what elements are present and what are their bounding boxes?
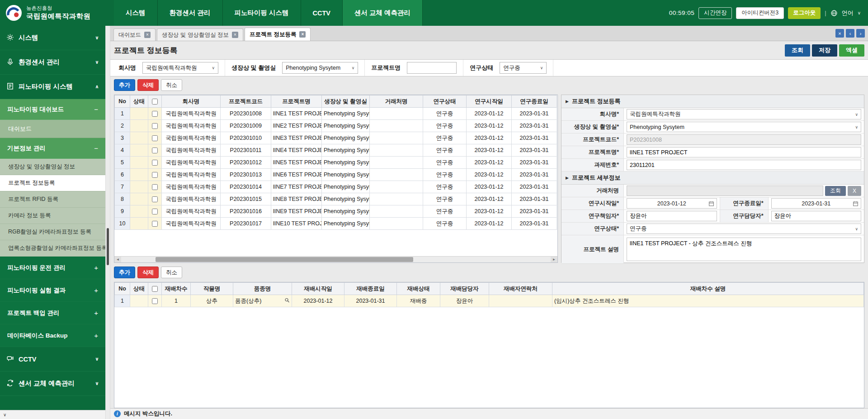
manager-input[interactable] [771, 211, 862, 221]
sidebar-scroll-down[interactable]: ∨ [0, 410, 105, 419]
status-filter-select[interactable]: 연구중∨ [500, 62, 547, 74]
search-button[interactable]: 조회 [785, 44, 810, 57]
row-checkbox[interactable] [152, 135, 158, 141]
calendar-icon[interactable] [708, 200, 714, 206]
table-row[interactable]: 11상추품종(상추)2023-01-122023-01-31재배중장윤아(임시)… [115, 295, 864, 307]
sidebar-item[interactable]: 생장상 및 영상촬영실 정보 [0, 159, 105, 175]
project-name-input[interactable] [627, 147, 861, 157]
tab-scroll-left-button[interactable]: ‹ [846, 29, 854, 38]
research-status-select[interactable]: 연구중 ∨ [627, 224, 861, 234]
top-menu-item[interactable]: 환경센서 관리 [158, 0, 223, 26]
row-checkbox[interactable] [152, 148, 158, 153]
close-all-tabs-button[interactable]: × [835, 29, 844, 38]
start-date-input[interactable]: 2023-01-12 [627, 198, 717, 209]
leader-input[interactable] [627, 211, 717, 221]
logout-button[interactable]: 로그아웃 [788, 7, 821, 19]
tab-close-icon[interactable]: × [299, 31, 306, 38]
cell-end: 2023-01-31 [512, 169, 557, 181]
sidebar-item[interactable]: 시스템∨ [0, 26, 105, 50]
sidebar-item[interactable]: 엽록소형광촬영실 카메라좌표정보 등록 [0, 240, 105, 257]
add-row-button[interactable]: 추가 [114, 79, 135, 91]
row-checkbox[interactable] [152, 160, 158, 166]
tab-close-icon[interactable]: × [144, 32, 151, 38]
chamber-select[interactable]: Phenotyping Sysytem ∨ [627, 122, 861, 132]
sidebar-group[interactable]: 피노타이핑 운전 관리+ [0, 257, 105, 279]
delete-row-button[interactable]: 삭제 [137, 267, 159, 278]
row-checkbox[interactable] [152, 123, 158, 129]
scroll-left-icon[interactable]: ◄ [114, 257, 121, 262]
top-menu-item[interactable]: CCTV [301, 0, 343, 26]
client-clear-button[interactable]: X [848, 186, 861, 196]
company-filter-select[interactable]: 국립원예특작과학원∨ [142, 62, 218, 74]
excel-button[interactable]: 엑셀 [839, 44, 864, 57]
tab[interactable]: 생장상 및 영상촬영실 정보× [157, 29, 243, 41]
table-row[interactable]: 7국립원예특작과학원P202301014lINE7 TEST PROJECTPh… [115, 181, 557, 193]
sidebar-group[interactable]: 프로젝트 백업 관리+ [0, 302, 105, 324]
sidebar-item-label: 대쉬보드 [8, 125, 32, 133]
extend-time-button[interactable]: 시간연장 [698, 7, 732, 19]
cancel-button[interactable]: 취소 [161, 267, 182, 278]
sidebar-item[interactable]: 센서 교체 예측관리∨ [0, 371, 105, 396]
save-button[interactable]: 저장 [812, 44, 837, 57]
client-search-button[interactable]: 조회 [825, 186, 846, 196]
sidebar-group[interactable]: 피노타이핑 대쉬보드− [0, 99, 105, 120]
search-icon[interactable] [284, 298, 290, 305]
tab-close-icon[interactable]: × [232, 32, 238, 38]
project-name-filter-input[interactable] [407, 62, 457, 74]
top-menu-item[interactable]: 피노타이핑 시스템 [223, 0, 301, 26]
tab-active[interactable]: 프로젝트 정보등록× [245, 28, 311, 41]
end-date-input[interactable]: 2023-01-31 [771, 198, 862, 209]
table-row[interactable]: 8국립원예특작과학원P202301015lINE8 TEST PROJECTPh… [115, 193, 557, 205]
task-no-input[interactable] [627, 160, 861, 170]
row-checkbox[interactable] [152, 298, 158, 304]
sidebar-item[interactable]: 피노타이핑 시스템∧ [0, 75, 105, 99]
table-row[interactable]: 10국립원예특작과학원P202301017lINE10 TEST PROJE..… [115, 218, 557, 230]
sidebar-item[interactable]: 환경센서 관리∨ [0, 50, 105, 75]
client-name-input[interactable] [627, 186, 823, 196]
row-checkbox[interactable] [152, 111, 158, 117]
table-row[interactable]: 9국립원예특작과학원P202301016lINE9 TEST PROJECTPh… [115, 205, 557, 218]
row-checkbox[interactable] [152, 196, 158, 202]
top-menu-item[interactable]: 시스템 [114, 0, 158, 26]
delete-row-button[interactable]: 삭제 [137, 79, 159, 91]
vertical-scrollbar[interactable] [105, 26, 110, 419]
top-menu-item[interactable]: 센서 교체 예측관리 [343, 0, 423, 26]
sidebar-item[interactable]: 카메라 정보 등록 [0, 208, 105, 224]
sidebar-item[interactable]: RGB촬영실 카메라좌표정보 등록 [0, 224, 105, 240]
sidebar-item[interactable]: CCTV∨ [0, 347, 105, 371]
tab[interactable]: 대쉬보드× [113, 29, 156, 41]
sidebar-group[interactable]: 피노타이핑 실험 결과+ [0, 279, 105, 302]
table-row[interactable]: 4국립원예특작과학원P202301011lINE4 TEST PROJECTPh… [115, 144, 557, 157]
add-row-button[interactable]: 추가 [114, 267, 135, 278]
chamber-filter-select[interactable]: Phenotyping Sysytem∨ [282, 62, 358, 74]
language-selector[interactable]: 언어 [842, 9, 854, 17]
table-row[interactable]: 2국립원예특작과학원P202301009lINE2 TEST PROJECTPh… [115, 120, 557, 132]
horizontal-scrollbar[interactable]: ◄ ► [114, 256, 557, 262]
row-checkbox[interactable] [152, 209, 158, 214]
scrollbar-thumb[interactable] [156, 257, 413, 262]
cancel-button[interactable]: 취소 [161, 79, 182, 91]
row-checkbox[interactable] [152, 172, 158, 178]
description-textarea[interactable]: lINE1 TEST PROJECT - 상추 건조스트레스 진행 [627, 238, 861, 261]
company-select[interactable]: 국립원예특작과학원 ∨ [627, 109, 861, 119]
scroll-right-icon[interactable]: ► [551, 257, 557, 262]
form-row-chamber: 생장상 및 촬영실* Phenotyping Sysytem ∨ [561, 121, 864, 133]
select-all-checkbox[interactable] [152, 99, 158, 105]
calendar-icon[interactable] [853, 200, 859, 206]
table-row[interactable]: 1국립원예특작과학원P202301008lINE1 TEST PROJECTPh… [115, 108, 557, 120]
table-row[interactable]: 3국립원예특작과학원P202301010lINE3 TEST PROJECTPh… [115, 132, 557, 144]
sidebar-item-active[interactable]: 프로젝트 정보등록 [0, 175, 105, 191]
sidebar-group[interactable]: 데이타베이스 Backup+ [0, 324, 105, 347]
table-row[interactable]: 6국립원예특작과학원P202301013lINE6 TEST PROJECTPh… [115, 169, 557, 181]
sidebar-group[interactable]: 기본정보 관리− [0, 138, 105, 159]
table-row[interactable]: 5국립원예특작과학원P202301012lINE5 TEST PROJECTPh… [115, 157, 557, 169]
sidebar-item[interactable]: 프로젝트 RFID 등록 [0, 191, 105, 208]
row-checkbox[interactable] [152, 184, 158, 190]
tab-scroll-right-button[interactable]: › [856, 29, 865, 38]
sidebar-item[interactable]: 대쉬보드 [0, 120, 105, 138]
scrollbar-thumb[interactable] [107, 228, 109, 265]
scrollbar-track[interactable] [121, 257, 551, 262]
row-checkbox[interactable] [152, 221, 158, 227]
user-account-button[interactable]: 아이티컨버전3 [736, 7, 784, 19]
select-all-checkbox[interactable] [152, 286, 158, 292]
